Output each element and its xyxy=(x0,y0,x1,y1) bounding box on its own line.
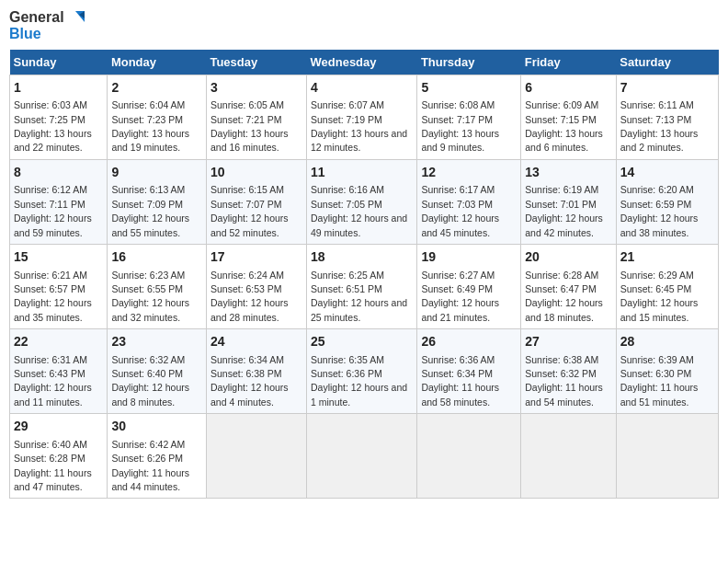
calendar-cell: 16 Sunrise: 6:23 AMSunset: 6:55 PMDaylig… xyxy=(108,244,207,328)
calendar-cell: 27 Sunrise: 6:38 AMSunset: 6:32 PMDaylig… xyxy=(521,329,617,414)
calendar-cell: 30 Sunrise: 6:42 AMSunset: 6:26 PMDaylig… xyxy=(108,414,207,499)
calendar-table: SundayMondayTuesdayWednesdayThursdayFrid… xyxy=(9,50,719,500)
day-info: Sunrise: 6:36 AMSunset: 6:34 PMDaylight:… xyxy=(421,354,499,408)
day-number: 1 xyxy=(14,79,103,98)
day-number: 2 xyxy=(111,79,202,98)
day-info: Sunrise: 6:17 AMSunset: 7:03 PMDaylight:… xyxy=(421,184,499,237)
calendar-cell: 3 Sunrise: 6:05 AMSunset: 7:21 PMDayligh… xyxy=(206,75,306,159)
calendar-header-row: SundayMondayTuesdayWednesdayThursdayFrid… xyxy=(10,50,719,75)
logo-bird-icon xyxy=(66,9,86,26)
day-info: Sunrise: 6:03 AMSunset: 7:25 PMDaylight:… xyxy=(14,99,92,153)
day-number: 7 xyxy=(620,79,714,98)
day-info: Sunrise: 6:09 AMSunset: 7:15 PMDaylight:… xyxy=(525,99,603,153)
calendar-cell: 2 Sunrise: 6:04 AMSunset: 7:23 PMDayligh… xyxy=(108,75,207,159)
day-number: 10 xyxy=(210,164,302,182)
day-number: 5 xyxy=(421,79,517,98)
logo: General Blue xyxy=(9,9,86,42)
day-info: Sunrise: 6:16 AMSunset: 7:05 PMDaylight:… xyxy=(311,184,407,237)
day-number: 9 xyxy=(111,164,202,182)
calendar-cell: 29 Sunrise: 6:40 AMSunset: 6:28 PMDaylig… xyxy=(10,414,108,499)
calendar-cell: 10 Sunrise: 6:15 AMSunset: 7:07 PMDaylig… xyxy=(206,159,306,244)
day-number: 28 xyxy=(620,333,714,351)
calendar-cell: 14 Sunrise: 6:20 AMSunset: 6:59 PMDaylig… xyxy=(616,159,718,244)
day-number: 23 xyxy=(111,333,202,351)
day-info: Sunrise: 6:34 AMSunset: 6:38 PMDaylight:… xyxy=(210,354,289,408)
calendar-cell: 18 Sunrise: 6:25 AMSunset: 6:51 PMDaylig… xyxy=(307,244,417,328)
header: General Blue xyxy=(9,9,719,42)
day-info: Sunrise: 6:24 AMSunset: 6:53 PMDaylight:… xyxy=(210,270,289,323)
day-info: Sunrise: 6:38 AMSunset: 6:32 PMDaylight:… xyxy=(525,354,603,408)
day-number: 18 xyxy=(311,248,413,267)
calendar-cell: 9 Sunrise: 6:13 AMSunset: 7:09 PMDayligh… xyxy=(108,159,207,244)
day-number: 27 xyxy=(525,333,612,351)
logo-general: General xyxy=(9,9,64,26)
day-info: Sunrise: 6:20 AMSunset: 6:59 PMDaylight:… xyxy=(620,184,699,237)
day-number: 12 xyxy=(421,164,517,182)
day-number: 25 xyxy=(311,333,413,351)
day-number: 16 xyxy=(111,248,202,267)
calendar-cell: 21 Sunrise: 6:29 AMSunset: 6:45 PMDaylig… xyxy=(616,244,718,328)
header-cell-monday: Monday xyxy=(108,50,207,75)
day-number: 15 xyxy=(14,248,103,267)
calendar-cell: 8 Sunrise: 6:12 AMSunset: 7:11 PMDayligh… xyxy=(10,159,108,244)
header-cell-sunday: Sunday xyxy=(10,50,108,75)
day-info: Sunrise: 6:31 AMSunset: 6:43 PMDaylight:… xyxy=(14,354,92,408)
calendar-cell: 1 Sunrise: 6:03 AMSunset: 7:25 PMDayligh… xyxy=(10,75,108,159)
day-info: Sunrise: 6:29 AMSunset: 6:45 PMDaylight:… xyxy=(620,270,699,323)
header-cell-tuesday: Tuesday xyxy=(206,50,306,75)
calendar-cell: 25 Sunrise: 6:35 AMSunset: 6:36 PMDaylig… xyxy=(307,329,417,414)
calendar-cell: 6 Sunrise: 6:09 AMSunset: 7:15 PMDayligh… xyxy=(521,75,617,159)
day-number: 20 xyxy=(525,248,612,267)
calendar-cell: 15 Sunrise: 6:21 AMSunset: 6:57 PMDaylig… xyxy=(10,244,108,328)
calendar-cell: 4 Sunrise: 6:07 AMSunset: 7:19 PMDayligh… xyxy=(307,75,417,159)
day-number: 24 xyxy=(210,333,302,351)
header-cell-thursday: Thursday xyxy=(417,50,521,75)
day-info: Sunrise: 6:12 AMSunset: 7:11 PMDaylight:… xyxy=(14,184,92,237)
day-number: 11 xyxy=(311,164,413,182)
header-cell-wednesday: Wednesday xyxy=(307,50,417,75)
calendar-cell: 11 Sunrise: 6:16 AMSunset: 7:05 PMDaylig… xyxy=(307,159,417,244)
day-number: 4 xyxy=(311,79,413,98)
day-info: Sunrise: 6:11 AMSunset: 7:13 PMDaylight:… xyxy=(620,99,699,153)
day-number: 13 xyxy=(525,164,612,182)
day-number: 3 xyxy=(210,79,302,98)
day-info: Sunrise: 6:23 AMSunset: 6:55 PMDaylight:… xyxy=(111,270,189,323)
day-info: Sunrise: 6:13 AMSunset: 7:09 PMDaylight:… xyxy=(111,184,189,237)
calendar-cell: 7 Sunrise: 6:11 AMSunset: 7:13 PMDayligh… xyxy=(616,75,718,159)
day-info: Sunrise: 6:07 AMSunset: 7:19 PMDaylight:… xyxy=(311,99,407,153)
logo-text: General Blue xyxy=(9,9,86,42)
day-info: Sunrise: 6:25 AMSunset: 6:51 PMDaylight:… xyxy=(311,270,407,323)
day-info: Sunrise: 6:21 AMSunset: 6:57 PMDaylight:… xyxy=(14,270,92,323)
calendar-cell xyxy=(616,414,718,499)
day-number: 26 xyxy=(421,333,517,351)
day-info: Sunrise: 6:35 AMSunset: 6:36 PMDaylight:… xyxy=(311,354,407,408)
day-info: Sunrise: 6:27 AMSunset: 6:49 PMDaylight:… xyxy=(421,270,499,323)
day-info: Sunrise: 6:39 AMSunset: 6:30 PMDaylight:… xyxy=(620,354,699,408)
calendar-cell: 20 Sunrise: 6:28 AMSunset: 6:47 PMDaylig… xyxy=(521,244,617,328)
day-info: Sunrise: 6:32 AMSunset: 6:40 PMDaylight:… xyxy=(111,354,189,408)
day-number: 29 xyxy=(14,418,103,436)
day-info: Sunrise: 6:04 AMSunset: 7:23 PMDaylight:… xyxy=(111,99,189,153)
day-number: 6 xyxy=(525,79,612,98)
calendar-cell: 5 Sunrise: 6:08 AMSunset: 7:17 PMDayligh… xyxy=(417,75,521,159)
calendar-cell: 13 Sunrise: 6:19 AMSunset: 7:01 PMDaylig… xyxy=(521,159,617,244)
calendar-cell: 24 Sunrise: 6:34 AMSunset: 6:38 PMDaylig… xyxy=(206,329,306,414)
calendar-cell xyxy=(521,414,617,499)
day-number: 17 xyxy=(210,248,302,267)
day-number: 14 xyxy=(620,164,714,182)
calendar-week-row: 29 Sunrise: 6:40 AMSunset: 6:28 PMDaylig… xyxy=(10,414,719,499)
header-cell-friday: Friday xyxy=(521,50,617,75)
calendar-cell: 12 Sunrise: 6:17 AMSunset: 7:03 PMDaylig… xyxy=(417,159,521,244)
day-number: 21 xyxy=(620,248,714,267)
day-info: Sunrise: 6:28 AMSunset: 6:47 PMDaylight:… xyxy=(525,270,603,323)
calendar-cell: 19 Sunrise: 6:27 AMSunset: 6:49 PMDaylig… xyxy=(417,244,521,328)
day-info: Sunrise: 6:15 AMSunset: 7:07 PMDaylight:… xyxy=(210,184,289,237)
day-info: Sunrise: 6:19 AMSunset: 7:01 PMDaylight:… xyxy=(525,184,603,237)
calendar-week-row: 8 Sunrise: 6:12 AMSunset: 7:11 PMDayligh… xyxy=(10,159,719,244)
calendar-cell: 23 Sunrise: 6:32 AMSunset: 6:40 PMDaylig… xyxy=(108,329,207,414)
calendar-week-row: 1 Sunrise: 6:03 AMSunset: 7:25 PMDayligh… xyxy=(10,75,719,159)
day-info: Sunrise: 6:05 AMSunset: 7:21 PMDaylight:… xyxy=(210,99,289,153)
calendar-week-row: 22 Sunrise: 6:31 AMSunset: 6:43 PMDaylig… xyxy=(10,329,719,414)
day-number: 19 xyxy=(421,248,517,267)
day-number: 8 xyxy=(14,164,103,182)
